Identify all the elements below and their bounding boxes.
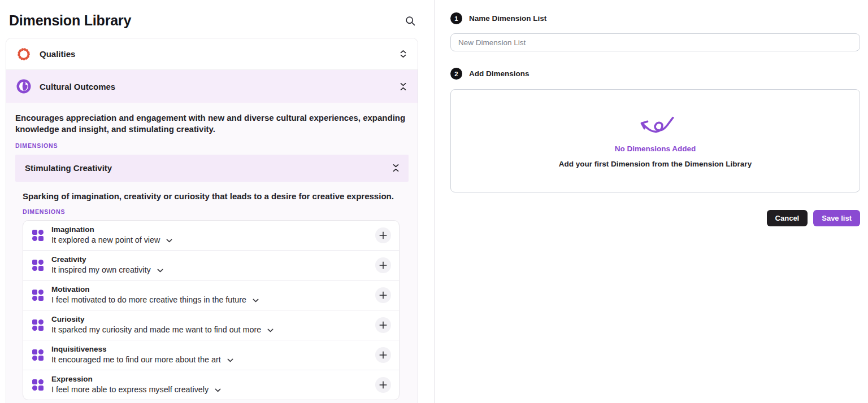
page: Dimension Library Qualities <box>0 0 868 403</box>
library-header: Dimension Library <box>6 12 418 29</box>
page-title: Dimension Library <box>9 12 131 29</box>
chevron-down-icon[interactable] <box>166 239 172 243</box>
chevron-down-icon[interactable] <box>157 269 163 273</box>
dimension-row[interactable]: Curiosity It sparked my curiosity and ma… <box>23 310 399 340</box>
step1-label: Name Dimension List <box>469 14 546 23</box>
search-icon <box>405 15 416 27</box>
dimension-statement: It sparked my curiosity and made me want… <box>51 325 261 335</box>
dimension-title: Creativity <box>51 255 163 264</box>
dimension-text: Imagination It explored a new point of v… <box>51 225 172 246</box>
form-actions: Cancel Save list <box>450 210 860 226</box>
category-label: Cultural Outcomes <box>40 82 115 91</box>
new-list-panel: 1 Name Dimension List 2 Add Dimensions N… <box>435 0 868 403</box>
dimension-list: Imagination It explored a new point of v… <box>23 220 400 400</box>
step-1: 1 Name Dimension List <box>450 12 860 24</box>
plus-icon <box>379 291 387 299</box>
dimension-text: Motivation I feel motivated to do more c… <box>51 285 259 305</box>
unfold-more-icon[interactable] <box>400 50 406 58</box>
cancel-button[interactable]: Cancel <box>767 210 808 226</box>
drag-handle-dots-icon[interactable] <box>32 290 44 301</box>
dimension-row[interactable]: Expression I feel more able to express m… <box>23 370 399 400</box>
category-row-cultural-outcomes[interactable]: Cultural Outcomes <box>6 70 418 103</box>
dimension-row[interactable]: Creativity It inspired my own creativity <box>23 251 399 281</box>
step-2: 2 Add Dimensions <box>450 68 860 80</box>
dimension-statement: It explored a new point of view <box>51 235 160 246</box>
dimensions-label: DIMENSIONS <box>23 208 409 215</box>
drag-handle-dots-icon[interactable] <box>32 260 44 271</box>
dimension-statement: I feel motivated to do more creative thi… <box>51 295 246 305</box>
dimension-title: Inquisitiveness <box>51 345 233 354</box>
dimension-text: Expression I feel more able to express m… <box>51 375 221 395</box>
dimension-title: Motivation <box>51 285 259 294</box>
plus-icon <box>379 351 387 359</box>
search-button[interactable] <box>402 13 418 29</box>
chevron-down-icon[interactable] <box>253 299 259 303</box>
category-row-qualities[interactable]: Qualities <box>6 38 418 70</box>
drag-handle-dots-icon[interactable] <box>32 349 44 361</box>
plus-icon <box>379 321 387 329</box>
drag-handle-dots-icon[interactable] <box>32 319 44 331</box>
add-dimension-button[interactable] <box>375 317 391 333</box>
plus-icon <box>379 261 387 269</box>
drag-handle-dots-icon[interactable] <box>32 379 44 391</box>
plus-icon <box>379 231 387 239</box>
dimension-row[interactable]: Motivation I feel motivated to do more c… <box>23 281 399 310</box>
dimension-statement: I feel more able to express myself creat… <box>51 384 209 395</box>
drag-handle-dots-icon[interactable] <box>32 230 44 241</box>
dimensions-label: DIMENSIONS <box>15 142 409 149</box>
dimension-statement: It inspired my own creativity <box>51 265 151 275</box>
dimension-text: Inquisitiveness It encouraged me to find… <box>51 345 233 365</box>
dimension-library-panel: Dimension Library Qualities <box>0 0 434 403</box>
dimension-text: Creativity It inspired my own creativity <box>51 255 163 275</box>
dimension-text: Curiosity It sparked my curiosity and ma… <box>51 315 274 335</box>
dimension-title: Expression <box>51 375 221 384</box>
add-dimension-button[interactable] <box>375 227 391 243</box>
unfold-less-icon[interactable] <box>393 164 399 172</box>
group-header-stimulating-creativity[interactable]: Stimulating Creativity <box>15 155 409 182</box>
step1-badge: 1 <box>450 12 462 24</box>
empty-state-title: No Dimensions Added <box>615 144 696 153</box>
dimension-row[interactable]: Imagination It explored a new point of v… <box>23 221 399 251</box>
save-list-button[interactable]: Save list <box>813 210 860 226</box>
add-dimension-button[interactable] <box>375 287 391 303</box>
group-label: Stimulating Creativity <box>25 163 112 173</box>
dimension-title: Imagination <box>51 225 172 234</box>
chevron-down-icon[interactable] <box>215 388 221 392</box>
category-description: Encourages appreciation and engagement w… <box>15 112 409 135</box>
globe-icon <box>16 79 31 94</box>
qualities-icon <box>16 47 31 62</box>
group-body: Sparking of imagination, creativity or c… <box>15 191 409 400</box>
dimension-statement: It encouraged me to find our more about … <box>51 354 221 365</box>
list-name-input[interactable] <box>450 33 860 51</box>
step2-badge: 2 <box>450 68 462 80</box>
dimension-row[interactable]: Inquisitiveness It encouraged me to find… <box>23 340 399 370</box>
empty-state-subtitle: Add your first Dimension from the Dimens… <box>559 160 752 168</box>
unfold-less-icon[interactable] <box>400 83 406 90</box>
chevron-down-icon[interactable] <box>227 358 233 362</box>
library-card: Qualities Cultural Outcomes <box>6 38 418 403</box>
add-dimension-button[interactable] <box>375 347 391 363</box>
add-dimension-button[interactable] <box>375 257 391 273</box>
step2-label: Add Dimensions <box>469 69 530 78</box>
add-dimension-button[interactable] <box>375 377 391 393</box>
dimension-title: Curiosity <box>51 315 274 324</box>
curly-arrow-icon <box>635 114 676 140</box>
empty-state-box: No Dimensions Added Add your first Dimen… <box>450 89 860 192</box>
chevron-down-icon[interactable] <box>267 328 274 332</box>
plus-icon <box>379 381 387 389</box>
group-description: Sparking of imagination, creativity or c… <box>23 191 409 201</box>
category-label: Qualities <box>40 49 75 59</box>
category-expanded-content: Encourages appreciation and engagement w… <box>6 103 418 403</box>
